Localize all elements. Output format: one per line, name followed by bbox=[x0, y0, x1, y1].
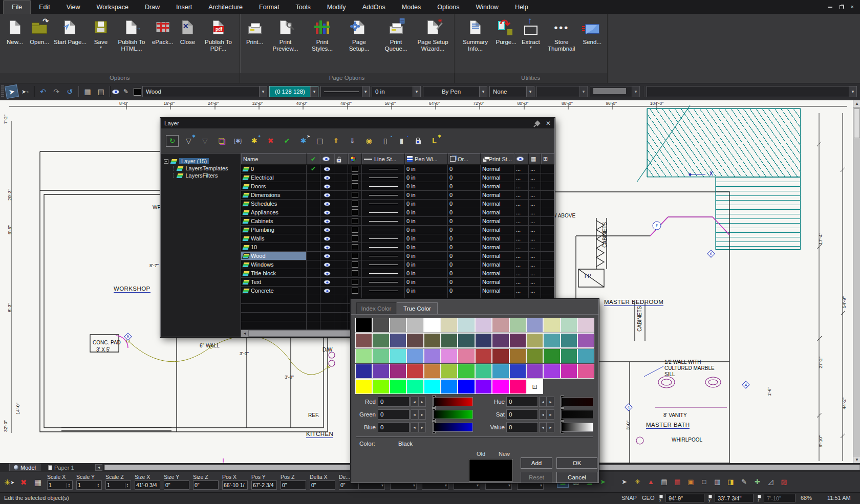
column-header-check[interactable]: ✔ bbox=[307, 154, 320, 164]
layer-printstyle-cell[interactable]: Normal bbox=[481, 269, 514, 277]
pen-small-icon[interactable]: ✎ bbox=[738, 476, 750, 488]
layer-color-cell[interactable] bbox=[348, 182, 362, 190]
layer-order-cell[interactable]: 0 bbox=[448, 182, 481, 190]
tree-item-layer-root[interactable]: − Layer (15) bbox=[161, 158, 241, 165]
layer-check-cell[interactable] bbox=[307, 173, 320, 182]
layer-properties-icon[interactable]: ▤ bbox=[313, 135, 326, 147]
layer-color-cell[interactable] bbox=[348, 217, 362, 225]
layer-check-cell[interactable]: ✔ bbox=[307, 165, 320, 173]
layer-check-cell[interactable] bbox=[307, 226, 320, 234]
layer-extra-cell[interactable] bbox=[541, 252, 554, 260]
column-header-colors[interactable] bbox=[348, 154, 362, 164]
swatch-c2dcdc[interactable] bbox=[458, 318, 475, 333]
swatch-d6c4e0[interactable] bbox=[475, 318, 492, 333]
layer-extra-cell[interactable] bbox=[541, 182, 554, 190]
highlight-box-icon[interactable]: ▣ bbox=[685, 476, 697, 488]
snap-indicator[interactable]: SNAP bbox=[621, 495, 637, 501]
swatch-dfc9d9[interactable] bbox=[577, 318, 594, 333]
layer-penwidth-cell[interactable]: 0 in bbox=[405, 260, 448, 269]
layer-penwidth-cell[interactable]: 0 in bbox=[405, 234, 448, 243]
layer-printstyle-cell[interactable]: Normal bbox=[481, 226, 514, 234]
layer-visible-cell[interactable] bbox=[320, 269, 334, 277]
selection-info-icon[interactable]: ▦ bbox=[81, 85, 94, 98]
swatch-c47d3d[interactable] bbox=[424, 364, 441, 379]
layer-check-cell[interactable] bbox=[307, 191, 320, 199]
menu-options[interactable]: Options bbox=[429, 0, 467, 14]
open-button[interactable]: Open... bbox=[28, 16, 51, 47]
print-styles-button[interactable]: Print Styles... bbox=[305, 16, 340, 53]
layer-color-cell[interactable] bbox=[348, 278, 362, 286]
layer-printstyle-cell[interactable]: Normal bbox=[481, 182, 514, 190]
swatch-3dc43d[interactable] bbox=[458, 364, 475, 379]
layer-visible-cell[interactable] bbox=[320, 191, 334, 199]
layer-penwidth-cell[interactable]: 0 in bbox=[405, 252, 448, 260]
layer-penwidth-cell[interactable]: 0 in bbox=[405, 191, 448, 199]
layer-lock-cell[interactable] bbox=[334, 165, 348, 173]
layer-lock-cell[interactable] bbox=[334, 260, 348, 269]
layer-row-concrete[interactable]: Concrete0 in0Normal...... bbox=[241, 287, 554, 295]
layer-more-cell[interactable]: ... bbox=[514, 260, 529, 269]
menu-modify[interactable]: Modify bbox=[319, 0, 354, 14]
layer-more-cell[interactable]: ... bbox=[529, 226, 541, 234]
print-drawing-icon[interactable]: ▤ bbox=[95, 85, 107, 98]
layer-printstyle-cell[interactable]: Normal bbox=[481, 252, 514, 260]
layer-more-cell[interactable]: ... bbox=[514, 243, 529, 251]
layer-linestyle-cell[interactable] bbox=[362, 191, 405, 199]
close-icon[interactable]: × bbox=[851, 4, 854, 10]
menu-help[interactable]: Help bbox=[507, 0, 536, 14]
layer-check-cell[interactable] bbox=[307, 269, 320, 277]
layer-check-cell[interactable] bbox=[307, 200, 320, 208]
reset-button[interactable]: Reset bbox=[521, 472, 552, 483]
chevron-down-icon[interactable]: ▾ bbox=[445, 483, 447, 488]
scroll-left-icon[interactable]: ◂ bbox=[241, 330, 248, 337]
current-color-swatch[interactable] bbox=[134, 88, 141, 96]
layer-extra-cell[interactable] bbox=[541, 191, 554, 199]
layer-color-cell[interactable] bbox=[348, 269, 362, 277]
layer-name-cell[interactable]: Plumbing bbox=[241, 226, 307, 234]
save-button[interactable]: Save▾ bbox=[89, 16, 113, 50]
swatch-2b8c5e[interactable] bbox=[561, 348, 577, 363]
spinner-icon[interactable]: ▴▾ bbox=[67, 483, 71, 488]
layer-name-cell[interactable]: Cabinets bbox=[241, 217, 307, 225]
layer-linestyle-cell[interactable] bbox=[362, 278, 405, 286]
spin-left-icon[interactable]: ◂ bbox=[539, 409, 547, 420]
swatch-9199cc[interactable] bbox=[526, 318, 543, 333]
chevron-down-icon[interactable]: ▾ bbox=[530, 46, 532, 49]
redo-all-icon[interactable]: ↺ bbox=[63, 85, 76, 98]
sat-spinner[interactable]: ◂▸ bbox=[539, 409, 554, 420]
layer-order-cell[interactable]: 0 bbox=[448, 252, 481, 260]
chevron-down-icon[interactable]: ▾ bbox=[362, 86, 370, 97]
layer-more-cell[interactable]: ... bbox=[514, 278, 529, 286]
layer-order-cell[interactable]: 0 bbox=[448, 278, 481, 286]
swatch-3a8585[interactable] bbox=[561, 333, 577, 348]
layer-lock-cell[interactable] bbox=[334, 173, 348, 182]
swatch-8c3dc4[interactable] bbox=[526, 364, 543, 379]
layer-linestyle-cell[interactable] bbox=[362, 226, 405, 234]
swatch-a5c9a1[interactable] bbox=[509, 318, 526, 333]
red-grid-icon[interactable]: ▦ bbox=[672, 476, 683, 488]
layer-penwidth-cell[interactable]: 0 in bbox=[405, 278, 448, 286]
swatch-8c2b2b[interactable] bbox=[492, 348, 509, 363]
layer-more-cell[interactable]: ... bbox=[529, 191, 541, 199]
restore-icon[interactable] bbox=[840, 5, 844, 9]
vertical-scrollbar[interactable]: ▲ ▼ bbox=[853, 100, 860, 463]
swatch-9e9e9e[interactable] bbox=[390, 318, 406, 333]
pattern-combo[interactable]: None ▾ bbox=[489, 86, 534, 97]
swatch-7d4f4f[interactable] bbox=[355, 333, 372, 348]
layer-more-cell[interactable]: ... bbox=[529, 217, 541, 225]
layer-name-cell[interactable]: Dimensions bbox=[241, 191, 307, 199]
layer-more-cell[interactable]: ... bbox=[529, 165, 541, 173]
stack-icon[interactable]: ▥ bbox=[712, 476, 723, 488]
layer-lock-cell[interactable] bbox=[334, 278, 348, 286]
layer-color-cell[interactable] bbox=[348, 191, 362, 199]
chevron-down-icon[interactable]: ▾ bbox=[508, 483, 510, 488]
layer-more-cell[interactable]: ... bbox=[514, 182, 529, 190]
layer-more-cell[interactable]: ... bbox=[529, 260, 541, 269]
layer-order-cell[interactable]: 0 bbox=[448, 243, 481, 251]
layer-penwidth-cell[interactable]: 0 in bbox=[405, 208, 448, 216]
layer-row-text[interactable]: Text0 in0Normal...... bbox=[241, 278, 554, 287]
publish-to-html-button[interactable]: →Publish To HTML... bbox=[114, 16, 149, 53]
layer-more-cell[interactable]: ... bbox=[529, 234, 541, 243]
menu-format[interactable]: Format bbox=[251, 0, 288, 14]
layer-printstyle-cell[interactable]: Normal bbox=[481, 234, 514, 243]
